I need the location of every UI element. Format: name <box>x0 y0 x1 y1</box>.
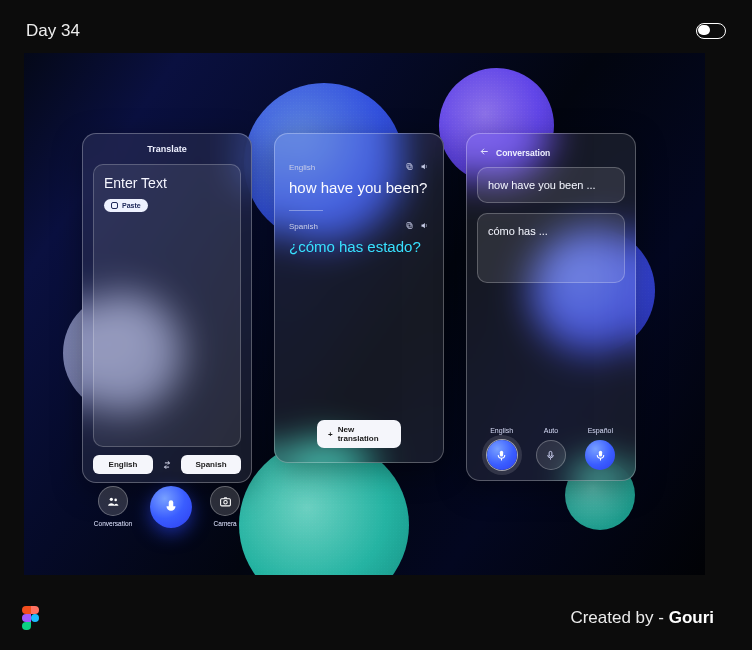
svg-rect-3 <box>220 498 230 505</box>
microphone-icon <box>162 498 180 516</box>
conversation-label: Conversation <box>94 520 132 527</box>
paste-label: Paste <box>122 202 141 209</box>
back-button[interactable] <box>479 146 490 159</box>
microphone-icon <box>495 449 508 462</box>
target-lang-label: Spanish <box>289 222 318 231</box>
author-name: Gouri <box>669 608 714 627</box>
speaker-icon[interactable] <box>420 162 429 173</box>
swap-languages-button[interactable] <box>159 457 175 473</box>
svg-rect-9 <box>500 450 503 456</box>
input-placeholder: Enter Text <box>104 175 230 191</box>
source-lang-label: English <box>289 163 315 172</box>
copy-icon[interactable] <box>405 162 414 173</box>
mic-lang-label: Auto <box>544 427 558 434</box>
credit-prefix: Created by - <box>570 608 668 627</box>
source-language-pill[interactable]: English <box>93 455 153 474</box>
camera-label: Camera <box>214 520 237 527</box>
mic-english-button[interactable] <box>487 440 517 470</box>
microphone-icon <box>594 449 607 462</box>
svg-rect-8 <box>407 222 411 227</box>
svg-rect-5 <box>408 165 412 170</box>
conversation-button[interactable] <box>98 486 128 516</box>
mic-button[interactable] <box>150 486 192 528</box>
new-translation-button[interactable]: + New translation <box>317 420 401 448</box>
mic-auto-button[interactable] <box>536 440 566 470</box>
figma-logo-icon <box>22 606 39 631</box>
theme-toggle[interactable] <box>696 23 726 39</box>
svg-point-0 <box>109 497 112 500</box>
speaker-icon[interactable] <box>420 221 429 232</box>
translate-card: Translate Enter Text Paste English Spani… <box>82 133 252 483</box>
copy-icon[interactable] <box>405 221 414 232</box>
translated-text: ¿cómo has estado? <box>289 238 429 257</box>
target-language-pill[interactable]: Spanish <box>181 455 241 474</box>
plus-icon: + <box>328 430 333 439</box>
message-bubble: cómo has ... <box>477 213 625 283</box>
result-card: English how have you been? Spanish ¿cómo… <box>274 133 444 463</box>
svg-rect-11 <box>599 450 602 456</box>
clipboard-icon <box>111 202 118 209</box>
microphone-icon <box>545 450 556 461</box>
source-text: how have you been? <box>289 179 429 198</box>
svg-rect-7 <box>408 224 412 229</box>
mic-lang-label: English <box>490 427 513 434</box>
svg-point-4 <box>223 500 226 503</box>
mic-spanish-button[interactable] <box>585 440 615 470</box>
paste-button[interactable]: Paste <box>104 199 148 212</box>
svg-point-1 <box>114 498 117 501</box>
camera-icon <box>219 495 232 508</box>
camera-button[interactable] <box>210 486 240 516</box>
conversation-card: Conversation how have you been ... cómo … <box>466 133 636 481</box>
text-input-area[interactable]: Enter Text Paste <box>93 164 241 447</box>
divider <box>289 210 323 211</box>
card-title: Conversation <box>496 148 550 158</box>
arrow-left-icon <box>479 146 490 157</box>
svg-rect-6 <box>407 164 411 169</box>
design-stage: Translate Enter Text Paste English Spani… <box>24 53 705 575</box>
card-title: Translate <box>83 134 251 160</box>
swap-icon <box>162 460 172 470</box>
people-icon <box>107 495 120 508</box>
day-label: Day 34 <box>26 21 80 41</box>
new-translation-label: New translation <box>338 425 390 443</box>
mic-lang-label: Español <box>588 427 613 434</box>
svg-rect-10 <box>550 451 553 456</box>
message-bubble: how have you been ... <box>477 167 625 203</box>
credit-line: Created by - Gouri <box>570 608 714 628</box>
